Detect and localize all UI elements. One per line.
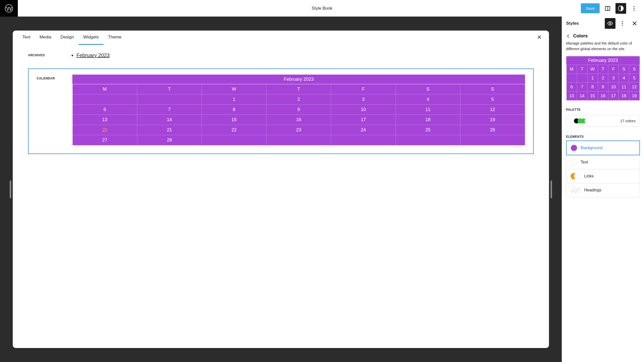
calendar-day[interactable]: 4 bbox=[396, 94, 460, 105]
calendar-day[interactable]: 17 bbox=[331, 115, 396, 125]
stylebook-toggle-icon[interactable] bbox=[605, 18, 615, 29]
calendar-day[interactable]: 11 bbox=[396, 105, 460, 115]
sidebar-toggle-icon[interactable] bbox=[602, 3, 613, 14]
calendar-day bbox=[460, 135, 525, 145]
tab-widgets[interactable]: Widgets bbox=[78, 31, 103, 45]
calendar-day[interactable]: 1 bbox=[202, 94, 266, 105]
calendar-weekday: F bbox=[331, 84, 396, 94]
element-text[interactable]: Text bbox=[566, 155, 640, 169]
calendar-day[interactable]: 24 bbox=[331, 125, 396, 135]
palette-count: 17 colors bbox=[620, 119, 636, 123]
preview-day: 10 bbox=[608, 82, 619, 91]
calendar-day[interactable]: 9 bbox=[266, 105, 331, 115]
resize-handle-left[interactable] bbox=[10, 180, 11, 198]
calendar-day bbox=[331, 135, 396, 145]
calendar-day[interactable]: 28 bbox=[137, 135, 202, 145]
element-headings[interactable]: Headings bbox=[566, 183, 640, 197]
element-label: Headings bbox=[584, 188, 601, 192]
tab-media[interactable]: Media bbox=[35, 31, 56, 45]
calendar-weekday: S bbox=[396, 84, 460, 94]
calendar-day[interactable]: 5 bbox=[460, 94, 525, 105]
calendar-day[interactable]: 14 bbox=[137, 115, 202, 125]
svg-point-4 bbox=[634, 6, 635, 7]
calendar-day[interactable]: 6 bbox=[73, 105, 137, 115]
sidebar-title: Styles bbox=[566, 21, 579, 26]
preview-day: 19 bbox=[629, 91, 640, 100]
calendar-weekday: M bbox=[73, 84, 137, 94]
calendar-block[interactable]: CALENDAR February 2023 MTWTFSS 123456789… bbox=[28, 68, 534, 154]
tab-text[interactable]: Text bbox=[18, 31, 35, 45]
calendar-day[interactable]: 19 bbox=[460, 115, 525, 125]
canvas-wrap: Text Media Design Widgets Theme ARCHIVES… bbox=[0, 17, 562, 362]
preview-day: 14 bbox=[577, 91, 587, 100]
color-swatch bbox=[570, 173, 581, 179]
preview-day: 8 bbox=[587, 82, 598, 91]
topbar: Style Book Save bbox=[0, 0, 644, 17]
page-title: Style Book bbox=[312, 6, 332, 11]
calendar-day[interactable]: 3 bbox=[331, 94, 396, 105]
calendar-day[interactable]: 20 bbox=[73, 125, 137, 135]
preview-weekday: S bbox=[619, 65, 629, 74]
preview-day: 17 bbox=[608, 91, 619, 100]
calendar-day[interactable]: 22 bbox=[202, 125, 266, 135]
archives-section: ARCHIVES February 2023 bbox=[28, 52, 534, 58]
calendar-day[interactable]: 15 bbox=[202, 115, 266, 125]
archive-link[interactable]: February 2023 bbox=[76, 52, 534, 58]
topbar-actions: Save bbox=[581, 3, 644, 14]
svg-rect-1 bbox=[605, 6, 610, 10]
calendar-table: MTWTFSS 12345678910111213141516171819202… bbox=[72, 84, 525, 145]
more-options-icon[interactable] bbox=[629, 3, 639, 14]
close-sidebar-icon[interactable] bbox=[629, 18, 640, 29]
calendar-day[interactable]: 26 bbox=[460, 125, 525, 135]
breadcrumb-back[interactable]: Colors bbox=[562, 30, 644, 41]
calendar-day[interactable]: 10 bbox=[331, 105, 396, 115]
palette-swatches bbox=[570, 118, 590, 123]
element-label: Links bbox=[584, 174, 594, 178]
svg-point-11 bbox=[622, 23, 623, 24]
preview-weekday: T bbox=[598, 65, 608, 74]
palette-button[interactable]: 17 colors bbox=[566, 115, 640, 127]
preview-weekday: S bbox=[629, 65, 640, 74]
calendar-day[interactable]: 2 bbox=[266, 94, 331, 105]
canvas: Text Media Design Widgets Theme ARCHIVES… bbox=[13, 31, 549, 348]
elements-list: BackgroundTextLinksHeadings bbox=[562, 141, 644, 202]
more-icon[interactable] bbox=[617, 18, 628, 29]
calendar-weekday: T bbox=[137, 84, 202, 94]
preview-weekday: T bbox=[577, 65, 587, 74]
wordpress-logo[interactable] bbox=[0, 0, 18, 17]
save-button[interactable]: Save bbox=[581, 3, 600, 13]
calendar-day[interactable]: 25 bbox=[396, 125, 460, 135]
styles-toggle-icon[interactable] bbox=[615, 3, 626, 14]
preview-day: 15 bbox=[587, 91, 598, 100]
preview-caption: February 2023 bbox=[566, 56, 640, 65]
archives-content: February 2023 bbox=[71, 52, 534, 58]
calendar-day[interactable]: 8 bbox=[202, 105, 266, 115]
calendar-day[interactable]: 27 bbox=[73, 135, 137, 145]
svg-point-0 bbox=[5, 5, 13, 12]
calendar-day[interactable]: 12 bbox=[460, 105, 525, 115]
elements-heading: ELEMENTS bbox=[562, 133, 644, 141]
tabs: Text Media Design Widgets Theme bbox=[13, 31, 549, 45]
tab-theme[interactable]: Theme bbox=[103, 31, 126, 45]
calendar-day[interactable]: 23 bbox=[266, 125, 331, 135]
calendar-weekday: S bbox=[460, 84, 525, 94]
calendar-day[interactable]: 7 bbox=[137, 105, 202, 115]
resize-handle-right[interactable] bbox=[551, 180, 552, 198]
svg-point-6 bbox=[634, 10, 635, 11]
tab-design[interactable]: Design bbox=[56, 31, 79, 45]
close-icon[interactable] bbox=[535, 33, 544, 43]
color-swatch bbox=[570, 187, 581, 193]
color-preview: February 2023 MTWTFSS 123456789101112131… bbox=[566, 56, 640, 101]
element-label: Text bbox=[581, 160, 588, 164]
calendar-day[interactable]: 13 bbox=[73, 115, 137, 125]
calendar-heading: CALENDAR bbox=[37, 75, 61, 145]
element-links[interactable]: Links bbox=[566, 169, 640, 183]
calendar-day[interactable]: 16 bbox=[266, 115, 331, 125]
element-background[interactable]: Background bbox=[566, 141, 640, 155]
calendar-day[interactable]: 18 bbox=[396, 115, 460, 125]
calendar-day bbox=[73, 94, 137, 105]
calendar-weekday: W bbox=[202, 84, 266, 94]
canvas-body: ARCHIVES February 2023 CALENDAR February… bbox=[13, 45, 549, 164]
calendar-day[interactable]: 21 bbox=[137, 125, 202, 135]
main-layout: Text Media Design Widgets Theme ARCHIVES… bbox=[0, 17, 644, 362]
